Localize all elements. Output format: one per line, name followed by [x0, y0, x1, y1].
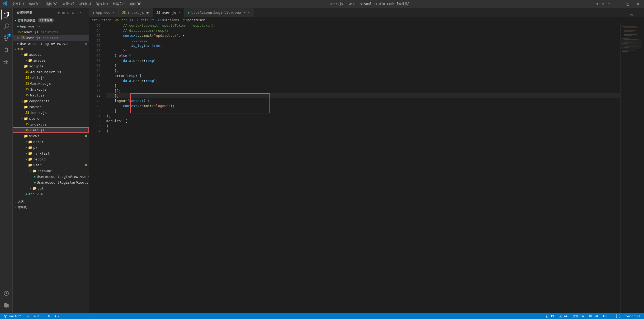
git-branch[interactable]: master*: [3, 315, 23, 318]
cursor-line[interactable]: 行 19: [545, 314, 555, 318]
open-editors-header[interactable]: ▾ 打开的编辑器 1个未保存: [13, 17, 89, 23]
menu-file[interactable]: 文件(F): [10, 1, 26, 7]
menu-help[interactable]: 帮助(H): [128, 1, 144, 7]
file-login-view[interactable]: ◆ UserAccountLoginView.vue M: [13, 174, 89, 179]
vue-icon: ◆: [34, 175, 36, 178]
menu-run[interactable]: 运行(R): [94, 1, 110, 7]
encoding[interactable]: UTF-8: [588, 315, 599, 318]
vue-icon: ◆: [17, 24, 19, 28]
error-count[interactable]: ⊗ 0: [33, 315, 40, 318]
folder-error[interactable]: ▸ 📁 error: [13, 139, 89, 145]
tab-label: user.js: [162, 11, 176, 15]
explorer-icon[interactable]: [1, 9, 12, 20]
more-editor-icon[interactable]: ···: [635, 13, 641, 17]
folder-record[interactable]: ▸ 📁 record: [13, 156, 89, 162]
tab-close-btn[interactable]: ✕: [112, 11, 115, 15]
file-router-index[interactable]: JS index.js: [13, 110, 89, 115]
folder-store[interactable]: ▾ 📁 store: [13, 115, 89, 121]
close-icon-user-js[interactable]: ✕: [17, 36, 19, 40]
breadcrumb-default[interactable]: default: [141, 18, 154, 22]
folder-scripts[interactable]: ▾ 📁 scripts: [13, 63, 89, 69]
search-icon[interactable]: [1, 21, 12, 32]
close-btn[interactable]: ✕: [635, 1, 641, 7]
warning-count[interactable]: ⚠ 0: [43, 315, 51, 318]
run-debug-icon[interactable]: [1, 57, 12, 67]
tab-index-js[interactable]: JS index.js: [119, 8, 153, 17]
svg-rect-5: [624, 31, 633, 32]
file-cell[interactable]: JS Cell.js: [13, 75, 89, 81]
tab-login-view[interactable]: ◆ UserAccountLoginView.vue M ✕: [185, 8, 254, 17]
ln-69: 69: [89, 53, 101, 58]
open-file-login-view[interactable]: ◆ UserAccountLoginView.vue M: [13, 41, 89, 47]
folder-assets[interactable]: ▾ 📁 assets: [13, 52, 89, 57]
breadcrumb-store[interactable]: store: [102, 18, 111, 22]
file-snake[interactable]: JS Snake.js: [13, 86, 89, 92]
menu-terminal[interactable]: 终端(T): [111, 1, 127, 7]
menu-select[interactable]: 选择(S): [44, 1, 60, 7]
more-options-icon[interactable]: ···: [77, 10, 85, 15]
tab-close-btn[interactable]: ✕: [178, 11, 181, 15]
folder-components[interactable]: ▸ 📁 components: [13, 98, 89, 104]
minimize-btn[interactable]: ─: [614, 1, 621, 7]
code-line-72: },: [106, 68, 620, 73]
open-file-user-js[interactable]: ✕ JS user.js src\store: [13, 35, 89, 41]
folder-user[interactable]: ▾ 📁 user: [13, 162, 89, 168]
language-mode[interactable]: { } JavaScript: [614, 314, 641, 318]
folder-icon: 📁: [32, 169, 36, 173]
outline-header[interactable]: ▸ 大纲: [13, 199, 89, 205]
menu-edit[interactable]: 编辑(E): [27, 1, 43, 7]
source-control-icon[interactable]: 2: [1, 33, 12, 44]
file-acgameobject[interactable]: JS AcGameObject.js: [13, 69, 89, 75]
tab-modified-dot: [146, 12, 149, 14]
new-folder-icon[interactable]: ⊞: [62, 10, 65, 15]
eol[interactable]: CRLF: [602, 315, 611, 318]
refresh-icon[interactable]: ↻: [67, 10, 70, 15]
breadcrumb-src[interactable]: src: [92, 18, 98, 22]
title-bar-left: 文件(F) 编辑(E) 选择(S) 查看(V) 转到(G) 运行(R) 终端(T…: [3, 1, 144, 7]
folder-icon: 📁: [28, 157, 32, 161]
folder-views[interactable]: ▾ 📁 views: [13, 133, 89, 139]
menu-view[interactable]: 查看(V): [60, 1, 77, 7]
timeline-header[interactable]: ▸ 时间线: [13, 205, 89, 210]
breadcrumb-mutations[interactable]: mutations: [162, 18, 179, 22]
menu-goto[interactable]: 转到(G): [77, 1, 94, 7]
split-editor-icon[interactable]: ⊟: [630, 13, 632, 17]
tab-app-vue[interactable]: ◆ App.vue ✕: [89, 8, 119, 17]
open-file-index-js[interactable]: JS index.js src\router: [13, 29, 89, 35]
file-wall[interactable]: JS Wall.js: [13, 92, 89, 98]
file-app-vue-views[interactable]: ◆ App.vue: [13, 191, 89, 197]
collapse-all-icon[interactable]: ⊟: [72, 10, 75, 15]
open-file-app-vue[interactable]: ◆ App.vue src: [13, 23, 89, 29]
folder-ranklist[interactable]: ▸ 📁 ranklist: [13, 150, 89, 156]
folder-images[interactable]: ▸ 📁 images: [13, 57, 89, 63]
file-user-js[interactable]: JS user.js: [13, 127, 89, 133]
layout-icon-2[interactable]: ⊞: [602, 2, 604, 6]
tab-close-btn[interactable]: ✕: [247, 11, 250, 15]
status-bar-left: master* ↻ ⊗ 0 ⚠ 0 ℹ 2: [3, 315, 61, 318]
remote-icon[interactable]: [1, 288, 12, 299]
folder-pk[interactable]: ▸ 📁 pk: [13, 145, 89, 150]
file-store-index[interactable]: JS index.js: [13, 121, 89, 127]
web-folder-header[interactable]: ▾ WEB: [13, 47, 89, 52]
file-gamemap[interactable]: JS GameMap.js: [13, 81, 89, 86]
file-register-view[interactable]: ◆ UserAccountRegisterView.vue: [13, 179, 89, 185]
folder-account[interactable]: ▾ 📁 account: [13, 168, 89, 174]
cursor-col[interactable]: 列 44: [558, 314, 569, 318]
indent-spaces[interactable]: 空格: 4: [572, 314, 585, 318]
folder-label: components: [29, 99, 50, 103]
folder-router[interactable]: ▾ 📁 router: [13, 104, 89, 110]
tab-user-js[interactable]: JS user.js ✕: [153, 8, 184, 17]
svg-rect-9: [622, 37, 628, 37]
info-count[interactable]: ℹ 2: [54, 315, 60, 318]
maximize-btn[interactable]: □: [624, 1, 631, 7]
sync-icon[interactable]: ↻: [26, 315, 30, 318]
layout-icon-1[interactable]: ⊟: [595, 2, 598, 6]
folder-bot[interactable]: ▸ 📁 bot: [13, 185, 89, 191]
new-file-icon[interactable]: +: [57, 10, 60, 15]
layout-icon-3[interactable]: ⊡: [608, 2, 610, 6]
breadcrumb-userjs[interactable]: user.js: [120, 18, 133, 22]
breadcrumb-updateuser[interactable]: updateUser: [186, 18, 205, 22]
settings-icon[interactable]: [1, 300, 12, 311]
code-content[interactable]: // context.commit('updateToken', resp.to…: [104, 23, 620, 313]
extensions-icon[interactable]: [1, 45, 12, 56]
